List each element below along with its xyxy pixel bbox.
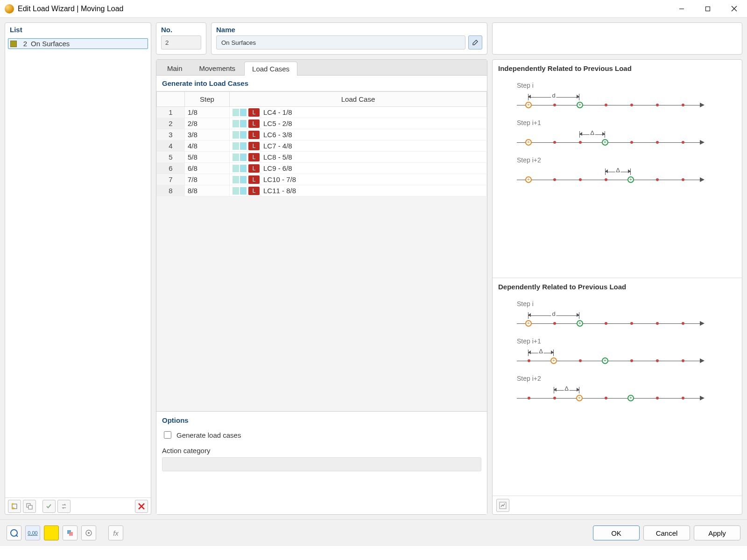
minimize-button[interactable]	[669, 0, 695, 18]
function-button[interactable]: fx	[108, 525, 123, 540]
number-input[interactable]	[161, 35, 201, 49]
color-chip-icon	[240, 187, 247, 195]
svg-rect-15	[69, 532, 73, 536]
step-cell[interactable]: 7/8	[185, 174, 230, 185]
load-case-text: LC7 - 4/8	[263, 142, 292, 150]
options-section: Options Generate load cases Action categ…	[156, 411, 487, 481]
tab-main[interactable]: Main	[159, 61, 190, 75]
table-row[interactable]: 66/8LLC9 - 6/8	[157, 163, 487, 174]
l-badge-icon: L	[248, 175, 260, 184]
name-input[interactable]	[216, 35, 465, 49]
row-number: 6	[157, 163, 185, 174]
apply-button[interactable]: Apply	[694, 525, 740, 540]
independent-title: Independently Related to Previous Load	[498, 64, 736, 72]
col-load-case[interactable]: Load Case	[230, 92, 487, 107]
load-case-cell[interactable]: LLC4 - 1/8	[230, 107, 487, 118]
ok-button[interactable]: OK	[593, 525, 640, 540]
number-label: No.	[161, 26, 201, 34]
cancel-button[interactable]: Cancel	[643, 525, 690, 540]
tab-area: Main Movements Load Cases Generate into …	[156, 59, 487, 515]
load-case-text: LC11 - 8/8	[263, 187, 296, 195]
list-panel: List 2 On Surfaces ★	[5, 22, 151, 515]
tabbar: Main Movements Load Cases	[156, 60, 487, 76]
indep-step-i2: Step i+2 Δ + +	[517, 156, 736, 185]
diagram-panel: Independently Related to Previous Load S…	[492, 59, 742, 515]
step-cell[interactable]: 2/8	[185, 118, 230, 129]
svg-point-17	[88, 532, 90, 534]
l-badge-icon: L	[248, 153, 260, 161]
list-item-on-surfaces[interactable]: 2 On Surfaces	[8, 38, 148, 49]
app-icon	[5, 4, 14, 14]
duplicate-item-button[interactable]	[23, 500, 36, 513]
color-chip-icon	[240, 176, 247, 183]
dialog-footer: 0,00 fx OK Cancel Apply	[0, 519, 747, 546]
options-title: Options	[162, 416, 481, 424]
diagram-options-button[interactable]	[496, 499, 509, 512]
load-case-cell[interactable]: LLC11 - 8/8	[230, 185, 487, 196]
table-row[interactable]: 88/8LLC11 - 8/8	[157, 185, 487, 196]
col-blank	[157, 92, 185, 107]
svg-line-13	[16, 535, 18, 537]
step-cell[interactable]: 4/8	[185, 140, 230, 152]
color-chip-icon	[233, 165, 239, 172]
load-case-cell[interactable]: LLC5 - 2/8	[230, 118, 487, 129]
check-button[interactable]	[42, 500, 56, 513]
action-category-input[interactable]	[162, 457, 481, 471]
swap-button[interactable]	[57, 500, 70, 513]
action-category-label: Action category	[162, 447, 481, 455]
generate-load-cases-checkbox[interactable]	[164, 431, 171, 439]
units-button[interactable]: 0,00	[25, 525, 40, 540]
table-row[interactable]: 33/8LLC6 - 3/8	[157, 129, 487, 140]
step-cell[interactable]: 5/8	[185, 152, 230, 163]
load-case-cell[interactable]: LLC7 - 4/8	[230, 140, 487, 152]
table-row[interactable]: 22/8LLC5 - 2/8	[157, 118, 487, 129]
window-title: Edit Load Wizard | Moving Load	[18, 5, 124, 13]
table-row[interactable]: 44/8LLC7 - 4/8	[157, 140, 487, 152]
tab-load-cases[interactable]: Load Cases	[244, 62, 297, 76]
dep-step-i1: Step i+1 Δ + +	[517, 337, 736, 366]
load-case-cell[interactable]: LLC9 - 6/8	[230, 163, 487, 174]
color-chip-icon	[233, 176, 239, 183]
color-chip-icon	[233, 131, 239, 139]
table-row[interactable]: 77/8LLC10 - 7/8	[157, 174, 487, 185]
table-row[interactable]: 55/8LLC8 - 5/8	[157, 152, 487, 163]
load-case-cell[interactable]: LLC10 - 7/8	[230, 174, 487, 185]
step-cell[interactable]: 8/8	[185, 185, 230, 196]
layers-button[interactable]	[63, 525, 78, 540]
new-item-button[interactable]: ★	[8, 500, 21, 513]
help-button[interactable]	[7, 525, 21, 540]
load-case-cell[interactable]: LLC6 - 3/8	[230, 129, 487, 140]
edit-name-button[interactable]	[468, 35, 482, 49]
load-case-cell[interactable]: LLC8 - 5/8	[230, 152, 487, 163]
color-chip-icon	[233, 154, 239, 161]
view-button[interactable]	[81, 525, 96, 540]
list-item-number: 2	[21, 40, 27, 48]
load-case-text: LC5 - 2/8	[263, 119, 292, 127]
number-field-box: No.	[156, 22, 206, 55]
color-chip-icon	[233, 109, 239, 116]
row-number: 7	[157, 174, 185, 185]
l-badge-icon: L	[248, 131, 260, 139]
dep-step-i: Step i d + +	[517, 300, 736, 329]
row-number: 8	[157, 185, 185, 196]
table-row[interactable]: 11/8LLC4 - 1/8	[157, 107, 487, 118]
load-case-text: LC10 - 7/8	[263, 175, 296, 183]
delete-item-button[interactable]	[135, 500, 148, 513]
step-cell[interactable]: 6/8	[185, 163, 230, 174]
tab-movements[interactable]: Movements	[191, 61, 244, 75]
svg-rect-1	[706, 7, 710, 11]
color-swatch-icon	[10, 41, 17, 47]
load-case-text: LC4 - 1/8	[263, 108, 292, 116]
l-badge-icon: L	[248, 108, 260, 117]
load-cases-table: Step Load Case 11/8LLC4 - 1/822/8LLC5 - …	[156, 91, 487, 196]
load-case-text: LC6 - 3/8	[263, 131, 292, 139]
close-button[interactable]	[721, 0, 747, 18]
step-cell[interactable]: 3/8	[185, 129, 230, 140]
col-step[interactable]: Step	[185, 92, 230, 107]
maximize-button[interactable]	[695, 0, 721, 18]
generate-load-cases-checkbox-label[interactable]: Generate load cases	[162, 430, 481, 440]
color-picker-button[interactable]	[44, 525, 59, 540]
step-cell[interactable]: 1/8	[185, 107, 230, 118]
dependent-title: Dependently Related to Previous Load	[498, 283, 736, 291]
color-chip-icon	[240, 131, 247, 139]
